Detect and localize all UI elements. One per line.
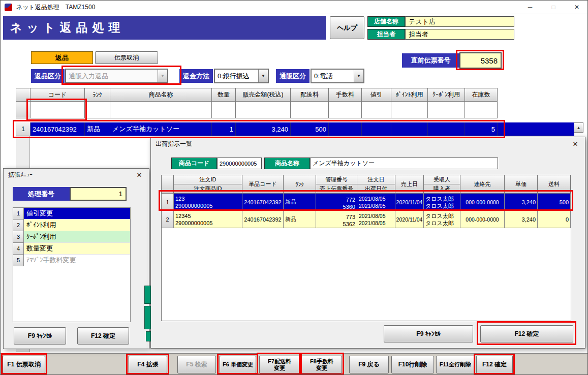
ship-col-order-id: 注文ID 注文商品ID <box>174 175 242 194</box>
selected-row: 240167042392 新品 メンズ半袖カットソー 1 3,240 500 5 <box>30 122 574 136</box>
col-header-fee: 手数料 <box>329 88 362 102</box>
menu-item-coupon-use[interactable]: 3 ｸｰﾎﾟﾝ利用 <box>13 231 130 243</box>
f1-void-slip-button[interactable]: F1 伝票取消 <box>3 356 45 373</box>
grid-data-row[interactable]: 1 240167042392 新品 メンズ半袖カットソー 1 3,240 500… <box>16 122 574 136</box>
menu-item-discount-change[interactable]: 1 値引変更 <box>13 208 130 220</box>
return-category-label: 返品区分 <box>31 69 65 83</box>
staff-label: 担当者 <box>367 29 405 40</box>
qty-input-cell[interactable] <box>212 102 236 118</box>
f4-extension-button[interactable]: F4 拡張 <box>129 356 167 373</box>
product-code-label: 商品コード <box>171 158 217 169</box>
f9-back-button[interactable]: F9 戻る <box>349 356 389 373</box>
cell-rank: 新品 <box>85 122 110 136</box>
cell-item-code: 240167042392 <box>242 194 284 211</box>
ship-col-receiver: 受取人 購入者 <box>424 175 460 194</box>
stock-input-cell[interactable] <box>465 102 498 118</box>
window-title: ネット返品処理 TAMZ1500 <box>16 3 95 12</box>
chevron-down-icon: ▼ <box>354 70 363 82</box>
cell-coupon <box>428 122 465 136</box>
cell-discount <box>362 122 391 136</box>
cell-amount: 3,240 <box>236 122 291 136</box>
app-icon <box>5 4 12 11</box>
return-mode-button[interactable]: 返品 <box>31 51 93 64</box>
cell-unit-price: 3,240 <box>505 194 538 211</box>
point-input-cell[interactable] <box>391 102 428 118</box>
order-category-combo[interactable]: 0:電話 ▼ <box>311 69 364 83</box>
f5-search-button: F5 検索 <box>177 356 216 373</box>
f6-unit-price-button[interactable]: F6 単価変更 <box>220 356 256 373</box>
grid-input-row <box>16 102 498 118</box>
col-header-rank: ﾗﾝｸ <box>85 88 110 102</box>
rank-input-cell[interactable] <box>85 102 110 118</box>
code-input[interactable] <box>30 102 84 118</box>
window-titlebar: ネット返品処理 TAMZ1500 ─ □ ✕ <box>1 1 588 14</box>
function-key-bar: F1 伝票取消 F4 拡張 F5 検索 F6 単価変更 F7配送料 変更 F8手… <box>1 353 588 375</box>
cell-item-code: 240167042392 <box>242 211 284 228</box>
discount-input-cell[interactable] <box>362 102 391 118</box>
shipping-row[interactable]: 2 12345 290000000005 240167042392 新品 773… <box>162 211 571 228</box>
shipping-dialog-title: 出荷指示一覧 <box>156 140 192 148</box>
grid-header-row: コード ﾗﾝｸ 商品名称 数量 販売金額(税込) 配送料 手数料 値引 ﾎﾟｲﾝ… <box>16 88 498 102</box>
cell-unit-price: 3,240 <box>505 211 538 228</box>
cell-stock: 5 <box>465 122 498 136</box>
row-gutter-cell <box>16 102 30 118</box>
close-icon[interactable]: ✕ <box>565 1 588 14</box>
col-header-name: 商品名称 <box>110 88 212 102</box>
row-number-cell: 1 <box>16 122 30 136</box>
ship-col-sales-date: 売上日 <box>395 175 424 194</box>
menu-item-amazon-fee-change[interactable]: 5 ｱﾏｿﾞﾝ手数料変更 <box>13 255 130 266</box>
fee-input-cell[interactable] <box>329 102 362 118</box>
f12-confirm-button[interactable]: F12 確定 <box>476 356 513 373</box>
shipping-table-header: 注文ID 注文商品ID 単品コード ﾗﾝｸ 管理番号 売上伝票番号 注文日 出荷… <box>162 175 571 194</box>
cell-name: メンズ半袖カットソー <box>110 122 212 136</box>
cell-shipping: 500 <box>538 194 571 211</box>
name-input-cell[interactable] <box>110 102 212 118</box>
shipping-row-selected[interactable]: 1 123 290000000005 240167042392 新品 772 5… <box>162 194 571 211</box>
close-icon[interactable]: ✕ <box>134 171 144 179</box>
return-category-combo[interactable]: 通販入力返品 ▼ <box>65 69 168 83</box>
scroll-up-button[interactable]: ▲ <box>574 122 583 133</box>
f8-handling-fee-button[interactable]: F8手数料 変更 <box>301 356 342 373</box>
coupon-input-cell[interactable] <box>428 102 465 118</box>
cell-order-ids: 123 290000000005 <box>174 194 242 211</box>
order-category-label: 通販区分 <box>276 69 310 83</box>
maximize-icon: □ <box>542 1 565 14</box>
cell-point <box>391 122 428 136</box>
shipping-input-cell[interactable] <box>291 102 329 118</box>
refund-method-value: 0:銀行振込 <box>218 72 250 81</box>
hidden-button-fragment <box>144 286 151 304</box>
ext-confirm-button[interactable]: F12 確定 <box>77 327 129 345</box>
void-slip-button[interactable]: 伝票取消 <box>95 51 158 64</box>
page-title-band: ネット返品処理 <box>3 16 326 40</box>
col-header-stock: 在庫数 <box>465 88 498 102</box>
cell-qty: 1 <box>212 122 236 136</box>
ship-confirm-button[interactable]: F12 確定 <box>480 325 573 342</box>
ship-col-rank: ﾗﾝｸ <box>284 175 316 194</box>
product-code-field: 290000000005 <box>217 158 262 169</box>
cell-shipping: 0 <box>538 211 571 228</box>
f11-delete-all-button[interactable]: F11全行削除 <box>436 356 475 373</box>
cell-order-ids: 12345 290000000005 <box>174 211 242 228</box>
ext-cancel-button[interactable]: F9 ｷｬﾝｾﾙ <box>14 327 66 345</box>
cell-receiver: タロス太郎 タロス太郎 <box>424 211 460 228</box>
menu-item-qty-change[interactable]: 4 数量変更 <box>13 243 130 255</box>
f7-shipping-fee-button[interactable]: F7配送料 変更 <box>259 356 300 373</box>
ship-col-shipping: 送料 <box>538 175 571 194</box>
process-number-field[interactable]: 1 <box>70 187 127 201</box>
hidden-button-fragment <box>144 306 151 329</box>
col-header-code: コード <box>30 88 85 102</box>
cell-dates: 2021/08/05 2021/08/05 <box>357 211 395 228</box>
ship-cancel-button[interactable]: F9 ｷｬﾝｾﾙ <box>384 325 473 342</box>
f10-delete-row-button[interactable]: F10行削除 <box>391 356 434 373</box>
prev-slip-label: 直前伝票番号 <box>402 53 459 68</box>
code-input-cell[interactable] <box>30 102 85 118</box>
minimize-icon[interactable]: ─ <box>518 1 542 14</box>
amount-input-cell[interactable] <box>236 102 291 118</box>
chevron-down-icon: ▼ <box>258 70 268 82</box>
close-icon[interactable]: ✕ <box>570 140 580 148</box>
refund-method-combo[interactable]: 0:銀行振込 ▼ <box>214 69 269 83</box>
refund-method-label: 返金方法 <box>179 69 213 83</box>
menu-item-point-use[interactable]: 2 ﾎﾟｲﾝﾄ利用 <box>13 220 130 231</box>
col-header-coupon: ｸｰﾎﾟﾝ利用 <box>428 88 465 102</box>
help-button[interactable]: ヘルプ <box>330 16 364 39</box>
